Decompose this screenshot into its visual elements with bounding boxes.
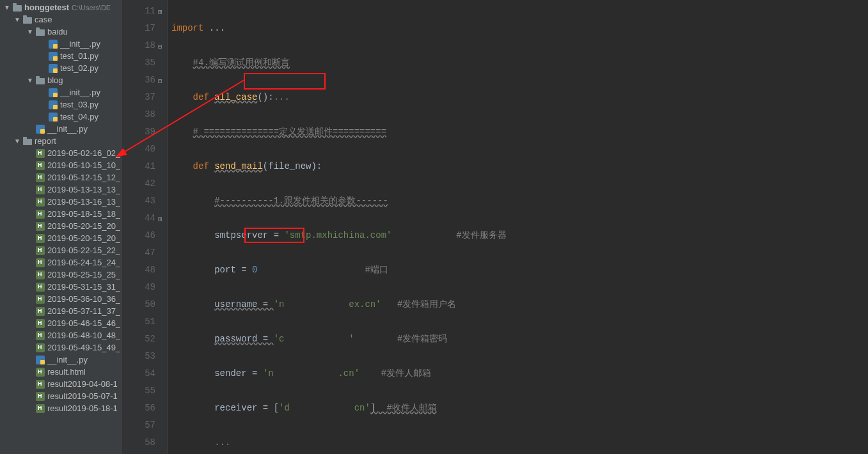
fold-expand-icon[interactable]: ⊞ <box>158 4 162 21</box>
file-label: 2019-05-25-15_25_ <box>47 270 120 279</box>
line-number: 55 <box>123 382 155 400</box>
tree-file[interactable]: result2019-04-08-1 <box>0 378 122 390</box>
string: 'n ex.cn' <box>274 299 381 309</box>
tree-file[interactable]: 2019-05-37-11_37_ <box>0 305 122 317</box>
tree-file[interactable]: 2019-05-24-15_24_ <box>0 256 122 269</box>
line-number: 49 <box>123 279 155 296</box>
chevron-down-icon: ▼ <box>14 16 22 23</box>
tree-file[interactable]: 2019-05-48-10_48_ <box>0 329 122 341</box>
html-file-icon <box>36 295 45 304</box>
tree-file[interactable]: 2019-05-12-15_12_ <box>0 171 122 184</box>
tree-file[interactable]: __init__.py <box>0 123 122 135</box>
tree-file[interactable]: 2019-05-02-16_02_ <box>0 147 122 159</box>
tree-file[interactable]: 2019-05-18-15_18_ <box>0 208 122 220</box>
tree-folder-case[interactable]: ▼ case <box>0 13 122 26</box>
code-editor[interactable]: 1117183536373839404142434446474849505152… <box>123 0 868 454</box>
fold-dots: ... <box>214 437 230 448</box>
file-label: 2019-05-22-15_22_ <box>47 246 120 255</box>
tree-file[interactable]: __init__.py <box>0 38 122 50</box>
html-file-icon <box>36 161 45 170</box>
file-label: 2019-05-18-15_18_ <box>47 209 120 219</box>
tree-folder-report[interactable]: ▼ report <box>0 135 122 147</box>
tree-file[interactable]: 2019-05-20-15_20_ <box>0 220 122 232</box>
tree-file[interactable]: result.html <box>0 366 122 378</box>
python-file-icon <box>36 356 45 364</box>
tree-file[interactable]: __init__.py <box>0 86 122 98</box>
tree-file[interactable]: 2019-05-20-15_20_ <box>0 232 122 244</box>
file-label: result2019-05-18-1 <box>47 403 118 413</box>
html-file-icon <box>36 380 45 389</box>
project-sidebar: ▼ honggetest C:\Users\DE ▼ case ▼ baidu … <box>0 0 123 454</box>
line-number: 40 <box>123 141 155 158</box>
code-text: receiver = [ <box>214 403 279 413</box>
line-number: 58 <box>123 434 155 451</box>
tree-file[interactable]: 2019-05-46-15_46_ <box>0 317 122 329</box>
line-number: 56 <box>123 400 155 417</box>
tree-file[interactable]: test_02.py <box>0 62 122 74</box>
root-label: honggetest <box>24 3 69 12</box>
tree-file[interactable]: 2019-05-22-15_22_ <box>0 244 122 256</box>
line-number: 39 <box>123 123 155 141</box>
chevron-down-icon: ▼ <box>14 137 22 145</box>
fn-name: send_mail <box>214 161 263 171</box>
folder-label: case <box>35 15 52 24</box>
html-file-icon <box>36 392 45 401</box>
tree-file[interactable]: result2019-05-07-1 <box>0 390 122 402</box>
code-text: smtpserver = <box>214 230 284 240</box>
html-file-icon <box>36 185 45 194</box>
comment: #发件箱密码 <box>354 334 448 344</box>
tree-folder-baidu[interactable]: ▼ baidu <box>0 26 122 38</box>
line-number: 36 <box>123 72 155 89</box>
tree-file[interactable]: test_03.py <box>0 98 122 111</box>
file-label: 2019-05-02-16_02_ <box>47 148 120 158</box>
html-file-icon <box>36 270 45 279</box>
tree-file[interactable]: __init__.py <box>0 354 122 366</box>
tree-file[interactable]: test_01.py <box>0 50 122 62</box>
line-number: 57 <box>123 417 155 434</box>
code-text: port = <box>214 265 252 275</box>
fn-name: all_case <box>214 92 257 102</box>
line-number: 17 <box>123 20 155 37</box>
code-content[interactable]: import ... #4.编写测试用例和断言 def all_case():.… <box>168 0 868 454</box>
html-file-icon <box>36 210 45 219</box>
fold-collapse-icon[interactable]: ⊟ <box>158 73 162 90</box>
folder-icon <box>13 5 22 12</box>
file-label: test_02.py <box>60 63 99 73</box>
file-label: 2019-05-31-15_31_ <box>47 282 120 292</box>
root-path: C:\Users\DE <box>72 4 111 12</box>
tree-file[interactable]: 2019-05-31-15_31_ <box>0 281 122 293</box>
line-number: 42 <box>123 175 155 192</box>
tree-file[interactable]: 2019-05-49-15_49_ <box>0 341 122 354</box>
tree-file[interactable]: result2019-05-18-1 <box>0 402 122 414</box>
tree-file[interactable]: test_04.py <box>0 111 122 123</box>
file-label: 2019-05-10-15_10_ <box>47 160 120 170</box>
tree-file[interactable]: 2019-05-10-15_10_ <box>0 159 122 171</box>
html-file-icon <box>36 198 45 207</box>
string: 'c ' <box>274 334 354 344</box>
tree-file[interactable]: 2019-05-13-16_13_ <box>0 196 122 208</box>
line-number: 43 <box>123 192 155 210</box>
chevron-down-icon: ▼ <box>4 4 12 11</box>
line-number: 48 <box>123 262 155 279</box>
fold-collapse-icon[interactable]: ⊟ <box>158 38 162 56</box>
fold-expand-icon[interactable]: ⊞ <box>158 211 162 228</box>
html-file-icon <box>36 149 45 158</box>
params: (file_new): <box>263 161 322 171</box>
tree-file[interactable]: 2019-05-13-13_13_ <box>0 184 122 196</box>
string: 'smtp.mxhichina.com' <box>284 230 391 240</box>
kw-def: def <box>193 161 215 171</box>
file-label: __init__.py <box>60 88 100 97</box>
file-label: 2019-05-20-15_20_ <box>47 221 120 231</box>
tree-file[interactable]: 2019-05-25-15_25_ <box>0 269 122 281</box>
tree-folder-blog[interactable]: ▼ blog <box>0 74 122 86</box>
comment: #4.编写测试用例和断言 <box>193 58 290 68</box>
tree-root[interactable]: ▼ honggetest C:\Users\DE <box>0 1 122 13</box>
folder-label: baidu <box>47 27 68 36</box>
python-file-icon <box>36 125 45 134</box>
tree-file[interactable]: 2019-05-36-10_36_ <box>0 293 122 305</box>
html-file-icon <box>36 404 45 413</box>
file-label: 2019-05-48-10_48_ <box>47 331 120 340</box>
params: (): <box>257 92 273 102</box>
file-label: 2019-05-46-15_46_ <box>47 318 120 328</box>
folder-label: report <box>35 136 56 146</box>
